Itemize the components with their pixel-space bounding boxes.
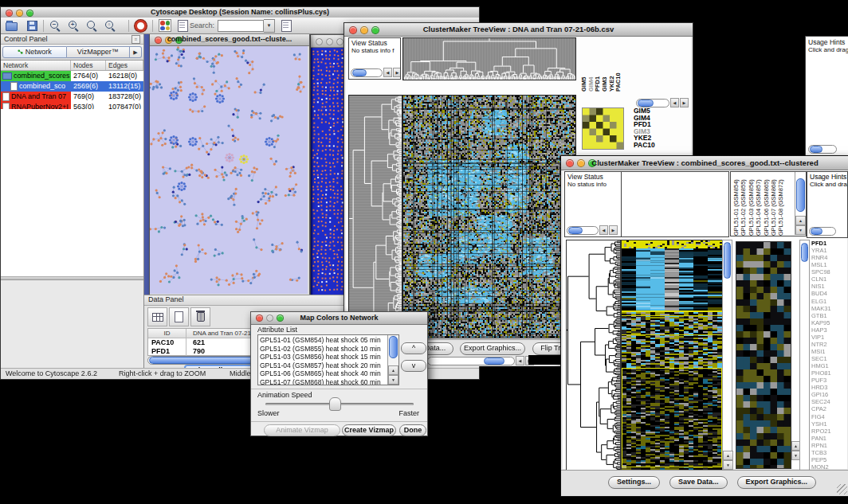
gene-label[interactable]: NTR2	[811, 341, 848, 348]
new-attribute-tab[interactable]	[169, 307, 189, 326]
gene-label[interactable]: PUF3	[811, 377, 848, 384]
vizmapper-icon[interactable]	[159, 19, 171, 32]
column-label[interactable]: GPL51-07 (GSM868)	[770, 174, 777, 236]
zoom-out-icon[interactable]: −	[49, 20, 61, 32]
zoom-selected-icon[interactable]: ▫	[104, 20, 116, 32]
treeview-dna-titlebar[interactable]: ClusterMaker TreeView : DNA and Tran 07-…	[344, 23, 693, 37]
heatmap-vscrollbar[interactable]: ▲▼	[722, 240, 732, 471]
column-label[interactable]: GIM5	[580, 41, 587, 92]
heatmap-global-view[interactable]	[621, 240, 723, 471]
zoom-submatrix[interactable]	[582, 107, 624, 150]
column-label[interactable]: GPL51-01 (GSM854)	[732, 174, 740, 236]
hints-scrollbar[interactable]	[808, 145, 837, 154]
status-scrollbar[interactable]: ◀▶	[567, 225, 618, 235]
speed-slider-thumb[interactable]	[329, 397, 341, 411]
close-button[interactable]	[316, 38, 323, 45]
gene-label[interactable]: SEC24	[811, 398, 848, 405]
search-dropdown-icon[interactable]: ▼	[264, 19, 275, 33]
gene-label[interactable]: ELG1	[811, 298, 848, 305]
network-window-2-titlebar[interactable]	[311, 35, 348, 48]
gene-label[interactable]: RPO21	[811, 428, 848, 435]
network-row[interactable]: combined_sco 2569(6) 13112(15)	[1, 81, 143, 92]
column-label[interactable]: GPL51-06 (GSM865)	[763, 174, 770, 236]
export-graphics-button[interactable]: Export Graphics...	[460, 342, 525, 355]
create-vizmap-button[interactable]: Create Vizmap	[342, 424, 396, 436]
column-label[interactable]: GPL51-02 (GSM855)	[740, 174, 747, 236]
gene-label[interactable]: HMG1	[811, 362, 848, 369]
delete-attribute-tab[interactable]	[190, 307, 210, 326]
column-dendrogram[interactable]	[402, 37, 576, 80]
move-down-button[interactable]: v	[401, 360, 426, 372]
column-dendrogram-area[interactable]	[622, 171, 729, 237]
attribute-item[interactable]: GPL51-01 (GSM854) heat shock 05 min	[260, 336, 387, 345]
gene-label[interactable]: KAP95	[811, 319, 848, 326]
column-label[interactable]: PFD1	[594, 41, 601, 92]
gene-label[interactable]: YSH1	[811, 420, 848, 428]
zoom-button[interactable]	[336, 38, 344, 45]
attribute-item[interactable]: GPL51-02 (GSM855) heat shock 10 min	[260, 345, 387, 354]
annotation-icon[interactable]	[178, 20, 188, 32]
gene-label[interactable]: GTB1	[811, 312, 848, 319]
treeview-button[interactable]: Save Data...	[669, 476, 728, 489]
panel-splitter[interactable]	[1, 276, 143, 280]
gene-label[interactable]: SPC98	[811, 268, 848, 275]
float-panel-icon[interactable]: ⌗	[132, 35, 140, 44]
treeview-button[interactable]: Export Graphics...	[737, 476, 817, 489]
gene-label[interactable]: RPN1	[811, 442, 848, 449]
gene-label[interactable]: PFD1	[811, 240, 848, 247]
tab-network[interactable]: Network	[2, 46, 67, 58]
gene-label[interactable]: BUD4	[811, 290, 848, 297]
gene-label[interactable]: HAP3	[811, 326, 848, 334]
treeview-button[interactable]: Settings...	[608, 476, 660, 489]
hints-scrollbar[interactable]	[809, 227, 836, 236]
status-scrollbar[interactable]: ◀▶	[351, 68, 401, 77]
gene-label[interactable]: RNR4	[811, 254, 848, 261]
network-view-canvas[interactable]	[150, 46, 308, 294]
gene-label[interactable]: CPA2	[811, 405, 848, 412]
labels-vscrollbar[interactable]	[799, 240, 810, 471]
tab-vizmapper[interactable]: VizMapper™	[67, 46, 131, 58]
gene-label[interactable]: PAN1	[811, 435, 848, 442]
gene-label[interactable]: NIS1	[811, 283, 848, 290]
minimize-button[interactable]	[326, 38, 333, 45]
network-window-1-titlebar[interactable]: combined_scores_good.txt--cluste...	[150, 34, 309, 46]
main-titlebar[interactable]: Cytoscape Desktop (Session Name: collins…	[1, 7, 479, 18]
gene-label[interactable]: CLN1	[811, 275, 848, 283]
network-row[interactable]: combined_scores 2764(0) 16218(0)	[1, 71, 143, 81]
gene-label[interactable]: HRD3	[811, 384, 848, 391]
row-label[interactable]: PAC10	[634, 142, 655, 149]
attribute-list-scrollbar[interactable]: ▲▼	[387, 335, 398, 385]
gene-label[interactable]: PHO81	[811, 369, 848, 377]
help-icon[interactable]	[135, 20, 147, 32]
attribute-item[interactable]: GPL51-04 (GSM857) heat shock 20 min	[260, 361, 387, 370]
row-dendrogram[interactable]	[566, 240, 621, 471]
column-header-id[interactable]: ID	[148, 329, 186, 338]
gene-label[interactable]: FIG4	[811, 413, 848, 420]
network-row[interactable]: DNA and Tran 07 769(0) 183728(0)	[1, 92, 143, 102]
zoom-in-icon[interactable]: +	[68, 20, 80, 32]
resize-grip[interactable]	[837, 484, 847, 494]
bottom-scrollbar[interactable]: ◀▶	[427, 356, 534, 365]
attribute-listbox[interactable]: GPL51-01 (GSM854) heat shock 05 minGPL51…	[257, 334, 399, 385]
zoom-fit-icon[interactable]	[86, 20, 98, 32]
heatmap-zoom-view[interactable]	[736, 241, 791, 469]
gene-label[interactable]: VIP1	[811, 334, 848, 341]
column-label[interactable]: GPL51-03 (GSM856)	[748, 174, 755, 236]
gene-label[interactable]: GPI16	[811, 391, 848, 398]
animate-vizmap-button[interactable]: Animate Vizmap	[264, 424, 340, 436]
row-dendrogram[interactable]	[348, 95, 402, 338]
move-up-button[interactable]: ^	[401, 342, 426, 354]
tab-overflow-button[interactable]: ▶	[130, 46, 142, 58]
attribute-item[interactable]: GPL51-06 (GSM865) heat shock 40 min	[260, 369, 387, 378]
heatmap-global-view[interactable]	[402, 95, 576, 338]
dense-network-view[interactable]	[311, 48, 347, 295]
column-labels-scrollbar[interactable]: ▲▼	[795, 172, 806, 235]
gene-label[interactable]: MSL1	[811, 261, 848, 268]
gene-label[interactable]: YRA1	[811, 247, 848, 254]
gene-label[interactable]: SEC1	[811, 355, 848, 362]
column-label[interactable]: PAC10	[614, 41, 622, 92]
attribute-select-tab[interactable]	[147, 307, 167, 326]
network-window-1[interactable]: combined_scores_good.txt--cluste...	[149, 34, 310, 295]
gene-label[interactable]: TCB3	[811, 449, 848, 456]
column-label[interactable]: GPL51-08 (GSM872)	[777, 174, 784, 236]
